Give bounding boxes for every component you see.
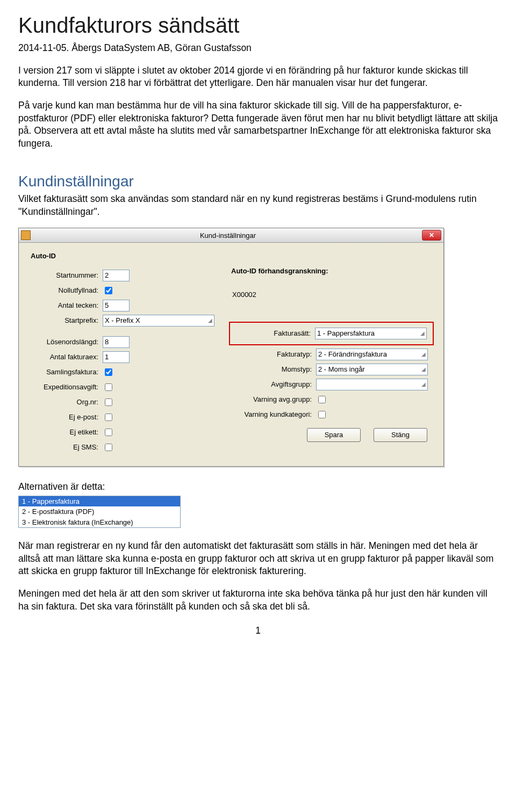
label-avgiftsgrupp: Avgiftsgrupp: — [231, 380, 316, 389]
titlebar: Kund-inställningar ✕ — [19, 228, 443, 243]
input-startnummer[interactable]: 2 — [103, 270, 130, 281]
label-ej-etikett: Ej etikett: — [28, 427, 103, 437]
input-startprefix[interactable]: X - Prefix X◢ — [103, 315, 214, 327]
group-auto-id: Auto-ID — [31, 251, 434, 261]
dialog-title: Kund-inställningar — [34, 231, 422, 241]
checkbox-ej-etikett[interactable] — [105, 429, 112, 436]
input-avgiftsgrupp[interactable]: ◢ — [316, 379, 428, 390]
page-title: Kundfakturors sändsätt — [18, 11, 498, 40]
paragraph-after-2: Meningen med det hela är att den som skr… — [18, 588, 498, 613]
checkbox-varning-kundkategori[interactable] — [318, 411, 326, 418]
label-ej-sms: Ej SMS: — [28, 443, 103, 452]
label-ej-epost: Ej e-post: — [28, 412, 103, 422]
input-antal-tecken[interactable]: 5 — [103, 300, 130, 311]
label-antal-fakturaex: Antal fakturaex: — [28, 352, 103, 362]
input-antal-fakturaex[interactable]: 1 — [103, 351, 130, 363]
section-intro: Vilket fakturasätt som ska användas som … — [18, 193, 498, 218]
label-fakturatyp: Fakturatyp: — [231, 350, 316, 359]
app-icon — [21, 230, 31, 240]
list-item[interactable]: 1 - Pappersfaktura — [19, 496, 180, 507]
list-item[interactable]: 3 - Elektronisk faktura (InExchange) — [19, 517, 180, 528]
checkbox-ej-epost[interactable] — [105, 414, 112, 421]
dialog-kund-installningar: Kund-inställningar ✕ Auto-ID Startnummer… — [18, 228, 444, 467]
value-auto-id-preview: X00002 — [231, 290, 434, 300]
label-orgnr: Org.nr: — [28, 397, 103, 407]
input-fakturasatt[interactable]: 1 - Pappersfaktura◢ — [315, 328, 427, 339]
alternatives-listbox[interactable]: 1 - Pappersfaktura 2 - E-postfaktura (PD… — [18, 496, 181, 528]
highlight-fakturasatt: Fakturasätt: 1 - Pappersfaktura◢ — [229, 322, 434, 345]
label-fakturasatt: Fakturasätt: — [230, 329, 315, 338]
page-number: 1 — [18, 625, 498, 637]
label-momstyp: Momstyp: — [231, 365, 316, 374]
doc-meta: 2014-11-05. Åbergs DataSystem AB, Göran … — [18, 42, 498, 55]
label-antal-tecken: Antal tecken: — [28, 301, 103, 310]
paragraph-after-1: När man registrerar en ny kund får den a… — [18, 540, 498, 578]
checkbox-samlingsfaktura[interactable] — [105, 368, 112, 376]
close-button[interactable]: Stäng — [374, 428, 427, 442]
list-item[interactable]: 2 - E-postfaktura (PDF) — [19, 506, 180, 517]
label-varning-avg-grupp: Varning avg.grupp: — [231, 395, 316, 404]
input-losenordslangd[interactable]: 8 — [103, 336, 130, 348]
checkbox-ej-sms[interactable] — [105, 444, 112, 451]
label-losenordslangd: Lösenordslängd: — [28, 337, 103, 347]
label-samlingsfaktura: Samlingsfaktura: — [28, 367, 103, 377]
label-expeditionsavgift: Expeditionsavgift: — [28, 382, 103, 392]
close-icon[interactable]: ✕ — [422, 230, 441, 241]
label-nollutfyllnad: Nollutfyllnad: — [28, 286, 103, 295]
label-varning-kundkategori: Varning kundkategori: — [231, 410, 316, 419]
intro-paragraph: I version 217 som vi släppte i slutet av… — [18, 64, 498, 90]
checkbox-nollutfyllnad[interactable] — [105, 287, 112, 294]
checkbox-expeditionsavgift[interactable] — [105, 383, 112, 391]
alternatives-label: Alternativen är detta: — [18, 481, 498, 494]
paragraph-2: På varje kund kan man bestämma hur de vi… — [18, 99, 498, 150]
checkbox-orgnr[interactable] — [105, 398, 112, 406]
checkbox-varning-avg-grupp[interactable] — [318, 396, 326, 403]
label-startprefix: Startprefix: — [28, 316, 103, 325]
label-startnummer: Startnummer: — [28, 271, 103, 280]
section-heading: Kundinställningar — [18, 171, 498, 192]
input-fakturatyp[interactable]: 2 - Förändringsfaktura◢ — [316, 349, 428, 360]
label-auto-id-preview: Auto-ID förhandsgranskning: — [231, 266, 434, 276]
input-momstyp[interactable]: 2 - Moms ingår◢ — [316, 364, 428, 375]
save-button[interactable]: Spara — [307, 428, 361, 442]
